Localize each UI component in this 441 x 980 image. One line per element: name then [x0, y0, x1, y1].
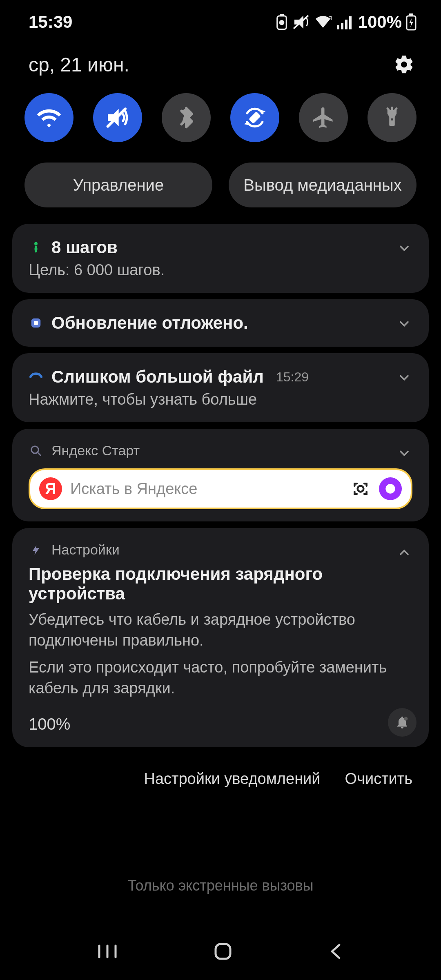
vibrate-off-icon: [292, 14, 310, 30]
notification-title: 8 шагов: [51, 238, 118, 257]
notification-health[interactable]: 8 шагов Цель: 6 000 шагов.: [12, 224, 429, 293]
notification-app-name: Яндекс Старт: [51, 443, 140, 459]
svg-rect-19: [34, 321, 38, 325]
notification-body-text-1: Убедитесь что кабель и зарядное устройст…: [29, 609, 412, 651]
svg-rect-28: [216, 944, 230, 959]
control-pills: Управление Вывод медиаданных: [0, 150, 441, 224]
toggle-airplane[interactable]: [299, 93, 348, 142]
notification-title: Слишком большой файл: [51, 367, 264, 387]
yandex-lens-button[interactable]: [350, 479, 371, 499]
expand-button[interactable]: [396, 370, 412, 386]
svg-point-23: [385, 484, 395, 493]
header-row: ср, 21 июн.: [0, 40, 441, 81]
device-control-label: Управление: [73, 176, 164, 194]
battery-percent-text: 100%: [358, 12, 402, 32]
notification-percent: 100%: [29, 715, 412, 733]
notification-sendanywhere[interactable]: Слишком большой файл 15:29 Нажмите, чтоб…: [12, 353, 429, 422]
bell-icon: [395, 715, 410, 730]
svg-rect-5: [337, 25, 339, 29]
svg-text:⇅: ⇅: [329, 15, 332, 21]
chevron-down-icon: [397, 241, 412, 256]
toggle-flashlight[interactable]: [368, 93, 416, 142]
svg-line-21: [38, 452, 41, 455]
recents-icon: [95, 942, 120, 961]
media-output-label: Вывод медиаданных: [243, 176, 401, 194]
search-icon: [29, 443, 43, 458]
nav-back[interactable]: [326, 942, 346, 963]
svg-point-17: [34, 242, 38, 245]
notification-body-title: Проверка подключения зарядного устройств…: [29, 564, 412, 604]
notification-yandex[interactable]: Яндекс Старт Я: [12, 429, 429, 521]
svg-line-15: [395, 109, 396, 110]
home-icon: [212, 941, 234, 962]
svg-rect-10: [409, 13, 413, 16]
back-icon: [326, 942, 346, 961]
notification-subtitle: Нажмите, чтобы узнать больше: [29, 391, 412, 408]
wifi-status-icon: ⇅: [314, 14, 332, 30]
settings-button[interactable]: [392, 52, 416, 77]
expand-button[interactable]: [396, 316, 412, 332]
expand-button[interactable]: [396, 240, 412, 256]
battery-charging-icon: [406, 13, 416, 31]
status-bar: 15:39 ⇅ 100%: [0, 0, 441, 40]
bolt-icon: [29, 543, 43, 557]
expand-button[interactable]: [396, 445, 412, 461]
notification-settings-bell[interactable]: [388, 708, 416, 737]
svg-point-16: [391, 118, 393, 120]
date-text[interactable]: ср, 21 июн.: [29, 53, 129, 76]
notification-subtitle: Цель: 6 000 шагов.: [29, 261, 412, 279]
health-icon: [29, 240, 43, 255]
svg-rect-12: [249, 111, 261, 124]
notification-time: 15:29: [276, 370, 309, 385]
notification-app-name: Настройки: [51, 542, 120, 558]
svg-rect-6: [341, 23, 343, 29]
status-time: 15:39: [29, 12, 72, 32]
lens-icon: [352, 480, 370, 498]
nav-bar: [0, 941, 441, 964]
flashlight-icon: [381, 107, 403, 129]
status-icons: ⇅ 100%: [276, 12, 416, 32]
toggle-mute[interactable]: [93, 93, 142, 142]
toggle-autorotate[interactable]: [230, 93, 279, 142]
alice-icon: [385, 483, 396, 494]
emergency-calls-text: Только экстренные вызовы: [0, 877, 441, 894]
svg-point-24: [404, 717, 408, 721]
notification-update[interactable]: Обновление отложено.: [12, 299, 429, 347]
mute-vibrate-icon: [105, 105, 131, 131]
bluetooth-icon: [175, 106, 198, 129]
toggle-wifi[interactable]: [24, 93, 74, 142]
signal-status-icon: [336, 14, 352, 30]
svg-point-2: [279, 20, 284, 25]
svg-rect-7: [345, 20, 347, 29]
svg-rect-8: [349, 16, 352, 29]
svg-point-22: [358, 486, 364, 492]
svg-rect-1: [280, 14, 284, 16]
notification-title: Обновление отложено.: [51, 313, 248, 333]
toggle-bluetooth[interactable]: [162, 93, 211, 142]
notification-body-text-2: Если это происходит часто, попробуйте за…: [29, 657, 412, 699]
chevron-down-icon: [397, 370, 412, 385]
store-icon: [29, 316, 43, 330]
notification-settings-charging[interactable]: Настройки Проверка подключения зарядного…: [12, 528, 429, 747]
notification-settings-link[interactable]: Настройки уведомлений: [144, 770, 320, 788]
nav-recents[interactable]: [95, 942, 120, 963]
yandex-search-input[interactable]: [70, 480, 342, 498]
svg-line-14: [388, 109, 389, 110]
chevron-down-icon: [397, 446, 412, 461]
media-output-button[interactable]: Вывод медиаданных: [229, 163, 416, 207]
rotate-icon: [242, 105, 268, 131]
quick-toggles: [0, 81, 441, 150]
battery-saver-icon: [276, 14, 288, 30]
nav-home[interactable]: [212, 941, 234, 964]
chevron-down-icon: [397, 316, 412, 331]
chevron-up-icon: [397, 545, 412, 560]
yandex-alice-button[interactable]: [379, 477, 402, 500]
airplane-icon: [311, 105, 336, 130]
notification-list: 8 шагов Цель: 6 000 шагов. Обновление от…: [0, 224, 441, 747]
device-control-button[interactable]: Управление: [24, 163, 212, 207]
yandex-search-bar[interactable]: Я: [29, 468, 412, 509]
clear-all-button[interactable]: Очистить: [345, 770, 412, 788]
collapse-button[interactable]: [396, 544, 412, 561]
gear-icon: [394, 54, 415, 75]
footer-actions: Настройки уведомлений Очистить: [0, 754, 441, 788]
